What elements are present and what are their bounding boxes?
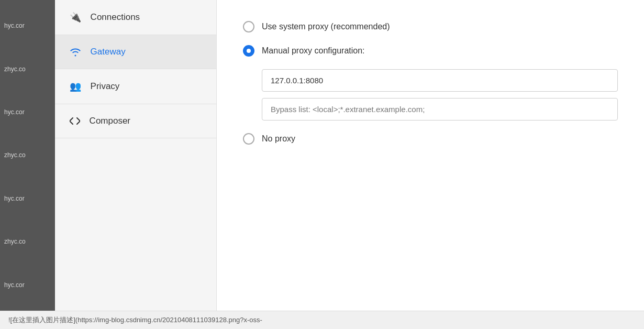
sidebar-item-composer[interactable]: Composer — [55, 104, 216, 138]
manual-proxy-radio[interactable] — [243, 45, 254, 57]
tab-5: hyc.cor — [0, 190, 55, 207]
system-proxy-label: Use system proxy (recommended) — [262, 22, 390, 31]
sidebar-item-connections[interactable]: 🔌 Connections — [55, 0, 216, 35]
connections-label: Connections — [91, 12, 140, 23]
composer-label: Composer — [90, 116, 130, 126]
no-proxy-option[interactable]: No proxy — [243, 133, 618, 145]
tab-3: hyc.cor — [0, 103, 55, 121]
settings-content: Use system proxy (recommended) Manual pr… — [217, 0, 644, 311]
settings-sidebar: 🔌 Connections Gateway 👥 Privacy — [55, 0, 217, 311]
proxy-address-input[interactable] — [262, 69, 618, 92]
bottom-bar: ![在这里插入图片描述](https://img-blog.csdnimg.cn… — [0, 311, 644, 329]
tab-7: hyc.cor — [0, 276, 55, 294]
proxy-inputs — [262, 69, 618, 120]
system-proxy-option[interactable]: Use system proxy (recommended) — [243, 21, 618, 32]
no-proxy-radio[interactable] — [243, 133, 254, 145]
proxy-radio-group: Use system proxy (recommended) Manual pr… — [243, 21, 618, 145]
main-container: hyc.cor zhyc.co hyc.cor zhyc.co hyc.cor … — [0, 0, 644, 311]
bypass-list-input[interactable] — [262, 98, 618, 120]
tab-4: zhyc.co — [0, 146, 55, 164]
code-icon — [70, 117, 80, 125]
sidebar-item-privacy[interactable]: 👥 Privacy — [55, 69, 216, 104]
bottom-bar-text: ![在这里插入图片描述](https://img-blog.csdnimg.cn… — [8, 316, 262, 324]
plug-icon: 🔌 — [70, 12, 81, 23]
tab-1: hyc.cor — [0, 17, 55, 35]
people-icon: 👥 — [70, 81, 81, 92]
tab-2: zhyc.co — [0, 60, 55, 78]
browser-tab-strip: hyc.cor zhyc.co hyc.cor zhyc.co hyc.cor … — [0, 0, 55, 311]
gateway-label: Gateway — [91, 47, 126, 57]
no-proxy-label: No proxy — [262, 134, 295, 144]
tab-6: zhyc.co — [0, 233, 55, 250]
system-proxy-radio[interactable] — [243, 21, 254, 32]
manual-proxy-label: Manual proxy configuration: — [262, 46, 365, 56]
manual-proxy-option[interactable]: Manual proxy configuration: — [243, 45, 618, 57]
sidebar-item-gateway[interactable]: Gateway — [55, 35, 216, 69]
wifi-icon — [70, 47, 81, 57]
privacy-label: Privacy — [91, 81, 120, 92]
